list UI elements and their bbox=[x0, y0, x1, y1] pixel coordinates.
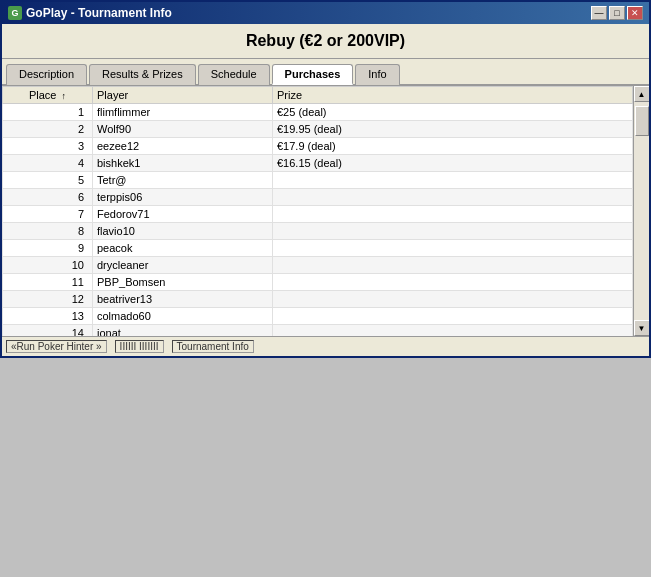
tab-schedule[interactable]: Schedule bbox=[198, 64, 270, 85]
cell-place: 6 bbox=[3, 189, 93, 206]
cell-prize bbox=[273, 240, 633, 257]
tab-description[interactable]: Description bbox=[6, 64, 87, 85]
cell-player: beatriver13 bbox=[93, 291, 273, 308]
cell-player: flimflimmer bbox=[93, 104, 273, 121]
vertical-scrollbar: ▲ ▼ bbox=[633, 86, 649, 336]
tab-info[interactable]: Info bbox=[355, 64, 399, 85]
cell-place: 14 bbox=[3, 325, 93, 337]
cell-place: 5 bbox=[3, 172, 93, 189]
tab-bar: Description Results & Prizes Schedule Pu… bbox=[2, 59, 649, 86]
cell-prize bbox=[273, 257, 633, 274]
scroll-thumb[interactable] bbox=[635, 106, 649, 136]
cell-player: eezee12 bbox=[93, 138, 273, 155]
status-segment-1: «Run Poker Hinter » bbox=[6, 340, 107, 353]
sort-arrow-place: ↑ bbox=[62, 91, 67, 101]
cell-player: drycleaner bbox=[93, 257, 273, 274]
table-row: 8flavio10 bbox=[3, 223, 633, 240]
col-header-player[interactable]: Player bbox=[93, 87, 273, 104]
status-bar: «Run Poker Hinter » IIIIII IIIIIII Tourn… bbox=[2, 336, 649, 356]
cell-prize: €25 (deal) bbox=[273, 104, 633, 121]
scroll-up-button[interactable]: ▲ bbox=[634, 86, 650, 102]
cell-player: bishkek1 bbox=[93, 155, 273, 172]
title-bar-controls: — □ ✕ bbox=[591, 6, 643, 20]
col-header-prize[interactable]: Prize bbox=[273, 87, 633, 104]
table-row: 14jonat bbox=[3, 325, 633, 337]
cell-prize: €19.95 (deal) bbox=[273, 121, 633, 138]
cell-prize bbox=[273, 274, 633, 291]
status-segment-3: Tournament Info bbox=[172, 340, 254, 353]
table-row: 4bishkek1€16.15 (deal) bbox=[3, 155, 633, 172]
results-table: Place ↑ Player Prize 1flimflimmer€25 (de… bbox=[2, 86, 633, 336]
status-segment-2: IIIIII IIIIIII bbox=[115, 340, 164, 353]
title-bar: G GoPlay - Tournament Info — □ ✕ bbox=[2, 2, 649, 24]
cell-place: 9 bbox=[3, 240, 93, 257]
cell-place: 11 bbox=[3, 274, 93, 291]
scroll-track[interactable] bbox=[634, 102, 650, 320]
cell-place: 12 bbox=[3, 291, 93, 308]
tournament-title: Rebuy (€2 or 200VIP) bbox=[2, 24, 649, 59]
data-table-container: Place ↑ Player Prize 1flimflimmer€25 (de… bbox=[2, 86, 649, 336]
cell-prize bbox=[273, 189, 633, 206]
app-icon: G bbox=[8, 6, 22, 20]
cell-place: 13 bbox=[3, 308, 93, 325]
cell-prize: €16.15 (deal) bbox=[273, 155, 633, 172]
table-row: 12beatriver13 bbox=[3, 291, 633, 308]
table-row: 5Tetr@ bbox=[3, 172, 633, 189]
table-row: 13colmado60 bbox=[3, 308, 633, 325]
window-title: GoPlay - Tournament Info bbox=[26, 6, 172, 20]
table-row: 2Wolf90€19.95 (deal) bbox=[3, 121, 633, 138]
cell-prize bbox=[273, 308, 633, 325]
title-bar-left: G GoPlay - Tournament Info bbox=[8, 6, 172, 20]
close-button[interactable]: ✕ bbox=[627, 6, 643, 20]
cell-player: PBP_Bomsen bbox=[93, 274, 273, 291]
cell-prize bbox=[273, 223, 633, 240]
cell-player: Wolf90 bbox=[93, 121, 273, 138]
maximize-button[interactable]: □ bbox=[609, 6, 625, 20]
cell-prize bbox=[273, 206, 633, 223]
cell-player: colmado60 bbox=[93, 308, 273, 325]
cell-place: 8 bbox=[3, 223, 93, 240]
cell-player: Tetr@ bbox=[93, 172, 273, 189]
scroll-down-button[interactable]: ▼ bbox=[634, 320, 650, 336]
cell-place: 3 bbox=[3, 138, 93, 155]
cell-prize bbox=[273, 291, 633, 308]
cell-place: 7 bbox=[3, 206, 93, 223]
cell-prize bbox=[273, 325, 633, 337]
table-row: 11PBP_Bomsen bbox=[3, 274, 633, 291]
table-row: 6terppis06 bbox=[3, 189, 633, 206]
col-header-place[interactable]: Place ↑ bbox=[3, 87, 93, 104]
table-row: 1flimflimmer€25 (deal) bbox=[3, 104, 633, 121]
table-row: 3eezee12€17.9 (deal) bbox=[3, 138, 633, 155]
cell-place: 2 bbox=[3, 121, 93, 138]
tab-purchases[interactable]: Purchases bbox=[272, 64, 354, 85]
cell-place: 10 bbox=[3, 257, 93, 274]
table-row: 9peacok bbox=[3, 240, 633, 257]
cell-prize bbox=[273, 172, 633, 189]
cell-player: flavio10 bbox=[93, 223, 273, 240]
cell-place: 4 bbox=[3, 155, 93, 172]
cell-place: 1 bbox=[3, 104, 93, 121]
tab-results[interactable]: Results & Prizes bbox=[89, 64, 196, 85]
cell-player: Fedorov71 bbox=[93, 206, 273, 223]
cell-player: jonat bbox=[93, 325, 273, 337]
minimize-button[interactable]: — bbox=[591, 6, 607, 20]
table-scroll-area[interactable]: Place ↑ Player Prize 1flimflimmer€25 (de… bbox=[2, 86, 633, 336]
table-row: 7Fedorov71 bbox=[3, 206, 633, 223]
cell-prize: €17.9 (deal) bbox=[273, 138, 633, 155]
main-window: G GoPlay - Tournament Info — □ ✕ Rebuy (… bbox=[0, 0, 651, 358]
cell-player: terppis06 bbox=[93, 189, 273, 206]
table-row: 10drycleaner bbox=[3, 257, 633, 274]
cell-player: peacok bbox=[93, 240, 273, 257]
